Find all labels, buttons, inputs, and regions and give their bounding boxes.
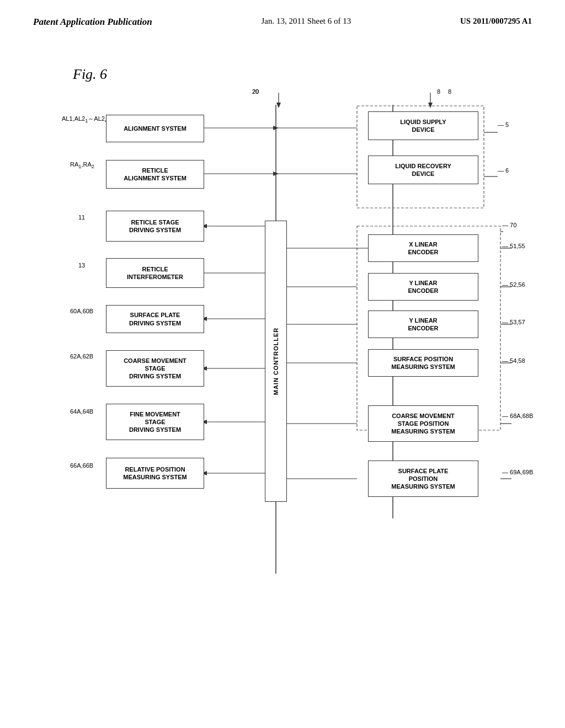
label-70: — 70 [502,222,516,228]
main-controller-box: MAIN CONTROLLER [265,221,287,502]
label-al: AL1,AL21～AL24 [62,115,108,124]
label-66: 66A,66B [70,462,93,469]
svg-marker-5 [273,126,279,130]
ref-num-20: 20 [252,88,259,95]
label-62: 62A,62B [70,353,93,360]
relative-position-box: RELATIVE POSITIONMEASURING SYSTEM [106,458,204,489]
alignment-system-box: ALIGNMENT SYSTEM [106,115,204,142]
y-linear-encoder2-box: Y LINEARENCODER [368,311,478,338]
coarse-movement-driving-box: COARSE MOVEMENTSTAGEDRIVING SYSTEM [106,350,204,387]
svg-marker-7 [273,172,279,176]
surface-plate-position-box: SURFACE PLATEPOSITIONMEASURING SYSTEM [368,461,478,497]
label-6: — 6 [498,167,509,174]
arrow-8 [425,93,436,109]
label-54-58: — 54,58 [502,357,525,364]
label-53-57: — 53,57 [502,319,525,325]
label-68: — 68A,68B [502,413,533,419]
reticle-alignment-box: RETICLEALIGNMENT SYSTEM [106,160,204,189]
ref-8: 8 [437,88,440,95]
sheet-info: Jan. 13, 2011 Sheet 6 of 13 [261,17,351,26]
figure-label: Fig. 6 [73,66,107,83]
ref-num-8: 8 [448,88,451,95]
label-11: 11 [78,214,85,221]
coarse-movement-position-box: COARSE MOVEMENTSTAGE POSITIONMEASURING S… [368,405,478,442]
y-linear-encoder1-box: Y LINEARENCODER [368,273,478,301]
label-64: 64A,64B [70,408,93,415]
svg-marker-48 [428,103,433,108]
surface-position-box: SURFACE POSITIONMEASURING SYSTEM [368,349,478,377]
liquid-recovery-box: LIQUID RECOVERYDEVICE [368,156,478,184]
fine-movement-driving-box: FINE MOVEMENTSTAGEDRIVING SYSTEM [106,404,204,440]
label-51-55: — 51,55 [502,243,525,249]
reticle-interferometer-box: RETICLEINTERFEROMETER [106,258,204,288]
arrow-20 [273,93,284,109]
label-52-56: — 52,56 [502,281,525,288]
page-header: Patent Application Publication Jan. 13, … [0,0,565,33]
label-60: 60A,60B [70,308,93,314]
connector-lines [62,66,547,629]
label-69: — 69A,69B [502,469,533,475]
patent-number: US 2011/0007295 A1 [460,17,532,26]
diagram-area: Fig. 6 [62,66,547,629]
label-13: 13 [78,262,85,269]
surface-plate-driving-box: SURFACE PLATEDRIVING SYSTEM [106,305,204,333]
liquid-supply-box: LIQUID SUPPLYDEVICE [368,111,478,140]
label-5: — 5 [498,121,509,128]
publication-label: Patent Application Publication [33,17,152,28]
svg-marker-46 [276,103,281,108]
label-ra: RA1,RA2 [70,161,94,169]
x-linear-encoder-box: X LINEARENCODER [368,234,478,262]
reticle-stage-driving-box: RETICLE STAGEDRIVING SYSTEM [106,211,204,242]
